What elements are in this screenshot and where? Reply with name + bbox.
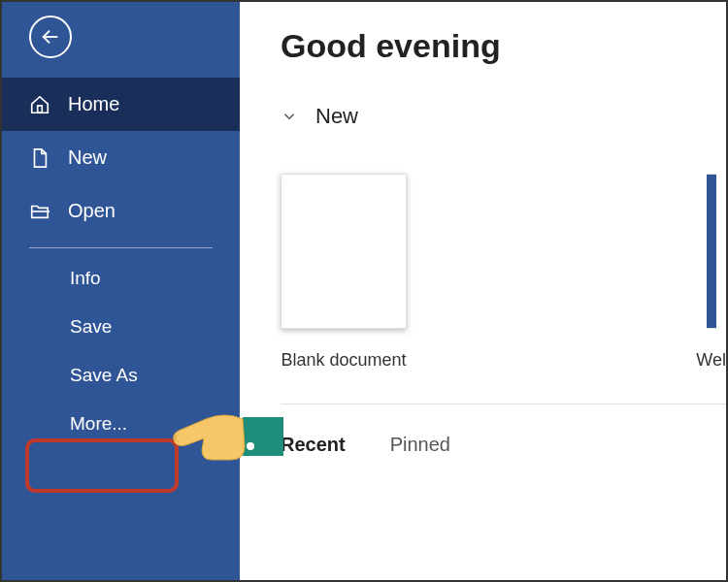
sidebar-item-info[interactable]: Info (2, 254, 240, 303)
tab-pinned[interactable]: Pinned (390, 434, 450, 456)
section-separator (281, 404, 726, 404)
sidebar-item-new[interactable]: New (2, 131, 240, 184)
sidebar-item-more[interactable]: More... (2, 400, 240, 448)
sidebar-item-label: Home (68, 93, 119, 115)
template-label: Blank document (281, 350, 406, 371)
template-welcome[interactable]: Wel (696, 174, 726, 371)
template-thumbnail (707, 174, 716, 329)
section-title-new: New (315, 104, 358, 129)
sidebar-divider (29, 247, 213, 248)
svg-rect-1 (38, 105, 43, 112)
recent-tabs: Recent Pinned (281, 434, 726, 456)
sidebar-item-save-as[interactable]: Save As (2, 351, 240, 400)
sidebar-item-open[interactable]: Open (2, 184, 240, 238)
back-button[interactable] (29, 16, 72, 58)
new-doc-icon (29, 147, 50, 169)
section-new-header[interactable]: New (281, 104, 726, 129)
sidebar-item-save[interactable]: Save (2, 303, 240, 351)
templates-row: Blank document Wel (281, 174, 726, 371)
app-window: Home New Open Info Save Save As More... … (0, 0, 728, 582)
template-thumbnail (281, 174, 407, 329)
template-label: Wel (696, 350, 726, 371)
chevron-down-icon (281, 108, 298, 125)
sidebar-item-home[interactable]: Home (2, 78, 240, 131)
template-blank-document[interactable]: Blank document (281, 174, 407, 371)
sidebar-item-label: Open (68, 200, 116, 222)
main-panel: Good evening New Blank document Wel Rece… (240, 2, 726, 580)
tab-recent[interactable]: Recent (281, 434, 346, 456)
home-icon (29, 94, 50, 115)
back-arrow-icon (40, 26, 61, 48)
greeting-title: Good evening (281, 27, 726, 65)
backstage-sidebar: Home New Open Info Save Save As More... (2, 2, 240, 580)
sidebar-item-label: New (68, 146, 107, 169)
open-folder-icon (29, 201, 50, 222)
